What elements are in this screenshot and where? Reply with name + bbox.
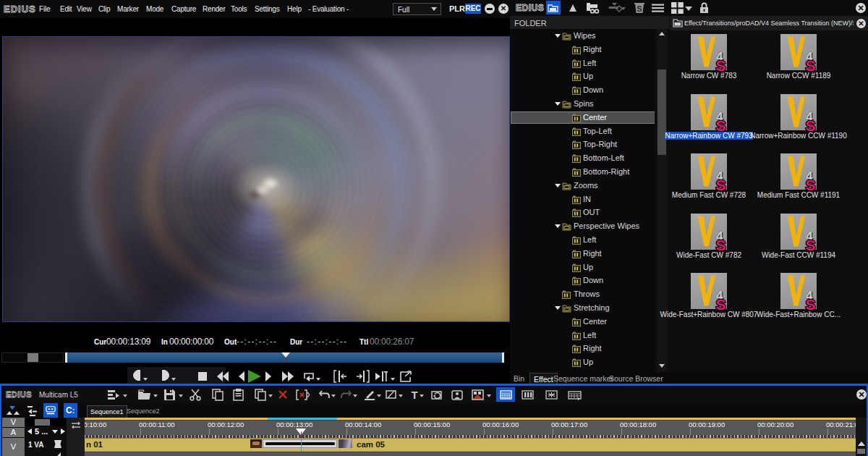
svg-text:S: S bbox=[806, 117, 816, 132]
svg-text:S: S bbox=[716, 296, 726, 311]
svg-text:S: S bbox=[806, 177, 816, 191]
svg-text:S: S bbox=[716, 237, 726, 251]
svg-text:S: S bbox=[716, 57, 726, 72]
svg-text:S: S bbox=[806, 237, 816, 251]
svg-text:S: S bbox=[806, 296, 816, 311]
svg-text:S: S bbox=[716, 117, 726, 132]
svg-text:S: S bbox=[716, 177, 726, 191]
svg-text:S: S bbox=[637, 4, 642, 13]
svg-text:T: T bbox=[411, 389, 417, 401]
svg-text:S: S bbox=[806, 57, 816, 72]
